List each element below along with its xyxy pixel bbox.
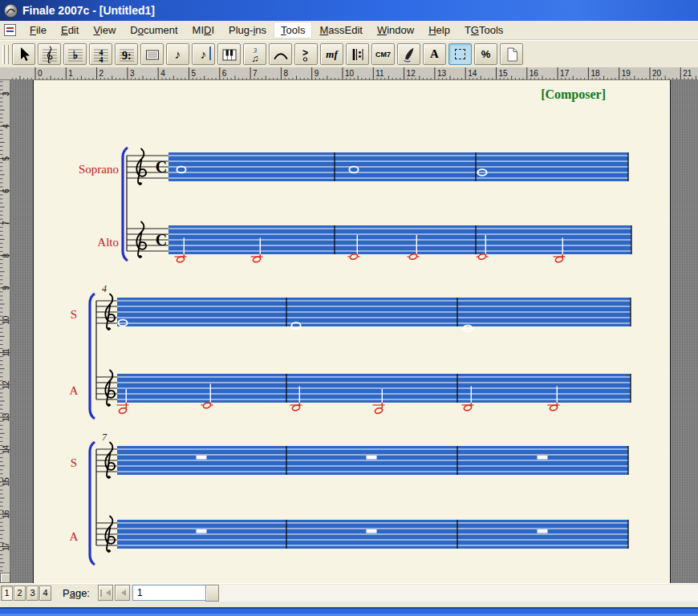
whole-rest[interactable] [197, 529, 207, 533]
measure-region[interactable] [117, 374, 286, 403]
svg-text:6: 6 [222, 69, 227, 78]
page-layout-tool[interactable] [500, 43, 523, 65]
measure-region[interactable] [286, 374, 457, 403]
treble-clef-dot [108, 403, 111, 407]
chord-tool[interactable]: CM7 [371, 43, 395, 65]
lyrics-tool[interactable] [397, 43, 420, 65]
svg-text:12: 12 [407, 69, 416, 78]
selection-tool[interactable] [448, 43, 472, 65]
svg-text:8: 8 [283, 69, 288, 78]
articulation-tool[interactable]: > [294, 43, 318, 65]
toolbar-grip[interactable] [2, 45, 5, 64]
measure-region[interactable] [457, 520, 628, 549]
title-bar[interactable]: Finale 2007c - [Untitled1] [0, 0, 698, 21]
system-2: 4SA [70, 283, 631, 419]
repeat-tool[interactable] [346, 43, 369, 65]
text-tool[interactable]: A [423, 43, 446, 65]
system-1: CSopranoCAlto [79, 148, 631, 263]
tuplet-tool[interactable]: 3♫ [243, 43, 266, 65]
hyperscribe-tool[interactable] [217, 43, 241, 65]
svg-text:13: 13 [437, 69, 447, 78]
measure-region[interactable] [168, 152, 335, 181]
menu-tgtools[interactable]: TGTools [457, 22, 510, 38]
treble-clef-dot [108, 327, 111, 330]
whole-rest[interactable] [197, 456, 207, 460]
staff-name-label[interactable]: S [71, 308, 77, 321]
measure-region[interactable] [457, 446, 628, 475]
measure-region[interactable] [117, 298, 286, 326]
menu-view[interactable]: View [86, 22, 123, 38]
svg-text:14: 14 [468, 69, 477, 78]
treble-clef-dot [139, 182, 142, 185]
menu-window[interactable]: Window [370, 22, 421, 38]
whole-rest[interactable] [367, 529, 377, 533]
staff-name-label[interactable]: A [70, 530, 79, 543]
staff-name-label[interactable]: S [71, 456, 77, 469]
key-signature-tool[interactable]: ♭ [63, 43, 87, 65]
svg-text:4: 4 [160, 69, 165, 78]
staff: S [71, 443, 628, 479]
horizontal-scrollbar-thumb[interactable] [205, 585, 219, 602]
speedy-entry-tool[interactable]: ♪ [192, 43, 215, 65]
toolbar-grip[interactable] [6, 45, 9, 64]
staff-name-label[interactable]: Alto [97, 236, 119, 249]
page-4-button[interactable]: 4 [39, 586, 51, 601]
horizontal-scrollbar-track[interactable] [205, 585, 698, 602]
measure-region[interactable] [286, 446, 457, 475]
svg-text:20: 20 [652, 69, 662, 78]
staff: CSoprano [79, 149, 628, 185]
clef-tool[interactable]: 9: [115, 43, 138, 65]
simple-entry-tool[interactable]: ♪ [166, 43, 189, 65]
measure-region[interactable] [117, 520, 286, 549]
staff: A [70, 371, 631, 415]
menu-edit[interactable]: Edit [54, 22, 86, 38]
system-3: 7SA [70, 432, 628, 565]
menu-massedit[interactable]: MassEdit [312, 22, 369, 38]
svg-text:1: 1 [68, 69, 73, 78]
measure-region[interactable] [457, 374, 631, 403]
page-3-button[interactable]: 3 [26, 586, 39, 601]
svg-text:9: 9 [315, 69, 319, 78]
time-signature-tool[interactable]: 44 [89, 43, 112, 65]
measure-region[interactable] [335, 225, 476, 254]
staff-tool[interactable] [38, 43, 61, 65]
whole-rest[interactable] [538, 456, 548, 460]
measure-tool[interactable] [140, 43, 164, 65]
page-2-button[interactable]: 2 [14, 586, 26, 601]
measure-region[interactable] [286, 298, 457, 326]
menu-plug-ins[interactable]: Plug-ins [221, 22, 274, 38]
menu-help[interactable]: Help [421, 22, 457, 38]
svg-text:0: 0 [38, 69, 43, 78]
measure-region[interactable] [286, 520, 457, 549]
measure-region[interactable] [476, 225, 631, 254]
staff-name-label[interactable]: Soprano [79, 163, 119, 176]
prev-page-button[interactable] [115, 585, 130, 601]
staff-name-label[interactable]: A [70, 384, 79, 397]
menu-document[interactable]: Document [123, 22, 185, 38]
measure-region[interactable] [117, 446, 286, 475]
selection-arrow-tool[interactable] [12, 43, 35, 65]
menu-midi[interactable]: MIDI [185, 22, 221, 38]
svg-text:17: 17 [560, 69, 570, 78]
measure-region[interactable] [457, 298, 631, 326]
svg-text:16: 16 [530, 69, 539, 78]
measure-number: 4 [102, 283, 107, 294]
expression-tool[interactable]: mf [320, 43, 343, 65]
horizontal-ruler: 0123456789101112131415161718192021 [0, 67, 698, 80]
measure-region[interactable] [168, 225, 335, 254]
page-1-button[interactable]: 1 [1, 586, 13, 601]
whole-rest[interactable] [538, 529, 548, 533]
menu-file[interactable]: File [22, 22, 54, 38]
smart-shape-tool[interactable] [269, 43, 292, 65]
measure-region[interactable] [476, 152, 628, 181]
first-page-button[interactable] [98, 585, 113, 601]
resize-tool[interactable]: % [474, 43, 497, 65]
menu-tools[interactable]: Tools [274, 22, 312, 38]
common-time-signature: C [156, 158, 167, 176]
document-mdi-icon[interactable] [4, 24, 16, 36]
treble-clef-dot [139, 255, 142, 258]
menu-bar: FileEditViewDocumentMIDIPlug-insToolsMas… [0, 21, 698, 40]
score-canvas: CSopranoCAlto4SA7SA [0, 80, 698, 583]
svg-text:4: 4 [99, 55, 103, 63]
whole-rest[interactable] [367, 456, 377, 460]
